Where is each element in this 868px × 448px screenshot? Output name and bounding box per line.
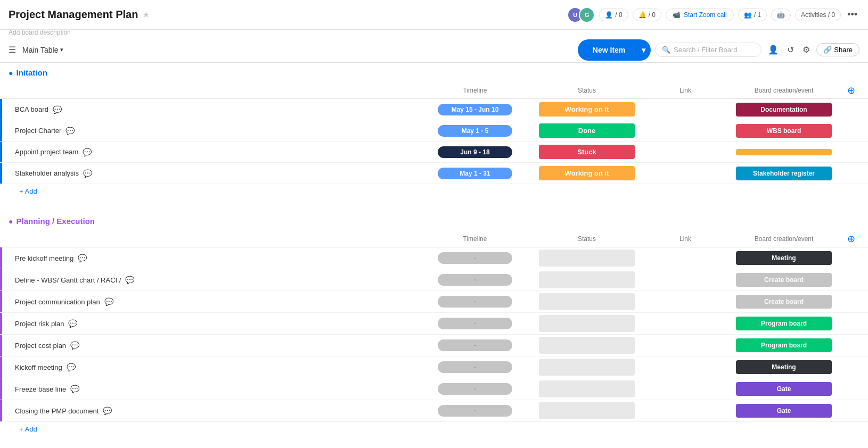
col-board-event: Board creation/event bbox=[725, 235, 842, 243]
comment-icon[interactable]: 💬 bbox=[78, 254, 87, 262]
add-column-icon[interactable]: ⊕ bbox=[842, 85, 859, 96]
timeline-bar-empty[interactable]: - bbox=[438, 274, 512, 286]
search-filter-box[interactable]: 🔍 Search / Filter Board bbox=[655, 43, 761, 57]
status-badge[interactable]: Working on it bbox=[539, 166, 635, 180]
table-row[interactable]: Kickoff meeting 💬 -Meeting bbox=[0, 356, 868, 378]
status-badge[interactable]: Done bbox=[539, 123, 635, 138]
activities-button[interactable]: Activities / 0 bbox=[795, 9, 841, 21]
table-row[interactable]: Define - WBS/ Gantt chart / RACI / 💬 -Cr… bbox=[0, 269, 868, 291]
board-event-badge[interactable]: Create board bbox=[736, 295, 832, 309]
status-badge-empty[interactable] bbox=[539, 250, 635, 267]
robot-icon: 🤖 bbox=[777, 11, 785, 19]
comment-icon[interactable]: 💬 bbox=[68, 319, 77, 328]
filter-icon[interactable]: ⚙ bbox=[800, 43, 812, 57]
table-row[interactable]: Closing the PMP document 💬 -Gate bbox=[0, 400, 868, 422]
timeline-bar-empty[interactable]: - bbox=[438, 405, 512, 417]
timeline-bar-empty[interactable]: - bbox=[438, 318, 512, 329]
add-item-row[interactable]: + Add bbox=[0, 184, 868, 198]
timeline-bar[interactable]: May 15 - Jun 10 bbox=[438, 104, 512, 115]
row-name-cell: Freeze base line 💬 bbox=[4, 385, 422, 393]
timeline-bar-empty[interactable]: - bbox=[438, 339, 512, 351]
board-event-badge[interactable]: 🖱 bbox=[736, 149, 832, 155]
table-row[interactable]: Project Charter 💬 May 1 - 5DoneWBS board bbox=[0, 120, 868, 142]
status-badge-empty[interactable] bbox=[539, 315, 635, 332]
table-row[interactable]: Freeze base line 💬 -Gate bbox=[0, 378, 868, 400]
board-event-badge[interactable]: Create board bbox=[736, 273, 832, 287]
timeline-bar-empty[interactable]: - bbox=[438, 361, 512, 373]
person-icon[interactable]: 👤 bbox=[766, 43, 781, 57]
member-button[interactable]: 👥 / 1 bbox=[738, 9, 767, 21]
board-event-badge[interactable]: Meeting bbox=[736, 360, 832, 374]
board-event-badge[interactable]: Stakeholder register bbox=[736, 167, 832, 180]
toolbar-right: New Item ▾ 🔍 Search / Filter Board 👤 ↺ ⚙… bbox=[578, 39, 859, 61]
board-event-badge[interactable]: Program board bbox=[736, 338, 832, 352]
status-badge-empty[interactable] bbox=[539, 271, 635, 288]
row-accent-bar bbox=[0, 269, 2, 291]
board-event-cell: Program board bbox=[725, 317, 842, 330]
share-button[interactable]: 🔗 Share bbox=[816, 43, 859, 56]
status-badge[interactable]: Working on it bbox=[539, 102, 635, 117]
update-button[interactable]: 🔔 / 0 bbox=[633, 9, 661, 21]
new-item-button[interactable]: New Item ▾ bbox=[578, 39, 651, 61]
timeline-bar-empty[interactable]: - bbox=[438, 296, 512, 308]
comment-icon[interactable]: 💬 bbox=[70, 341, 79, 350]
comment-icon[interactable]: 💬 bbox=[53, 105, 62, 114]
timeline-bar[interactable]: Jun 9 - 18 bbox=[438, 146, 512, 158]
zoom-button[interactable]: 📹 Start Zoom call bbox=[666, 9, 734, 21]
refresh-icon[interactable]: ↺ bbox=[785, 43, 796, 57]
status-badge-empty[interactable] bbox=[539, 359, 635, 376]
status-badge-empty[interactable] bbox=[539, 293, 635, 310]
timeline-bar-empty[interactable]: - bbox=[438, 383, 512, 395]
board-event-badge[interactable]: Gate bbox=[736, 404, 832, 418]
board-event-badge[interactable]: WBS board bbox=[736, 124, 832, 138]
robot-button[interactable]: 🤖 bbox=[771, 9, 791, 21]
status-badge-empty[interactable] bbox=[539, 337, 635, 354]
comment-icon[interactable]: 💬 bbox=[70, 385, 79, 393]
board-event-badge[interactable]: Meeting bbox=[736, 251, 832, 265]
timeline-bar[interactable]: May 1 - 31 bbox=[438, 168, 512, 179]
group-header-planning[interactable]: ● Planning / Execution bbox=[0, 211, 868, 231]
timeline-bar[interactable]: May 1 - 5 bbox=[438, 125, 512, 137]
group-header-initiation[interactable]: ● Initation bbox=[0, 63, 868, 82]
more-button[interactable]: ••• bbox=[845, 9, 859, 20]
comment-icon[interactable]: 💬 bbox=[125, 276, 134, 284]
add-column-icon[interactable]: ⊕ bbox=[842, 233, 859, 245]
new-item-arrow-icon[interactable]: ▾ bbox=[636, 43, 651, 57]
row-name-text: Pre kickoff meeting bbox=[15, 254, 73, 262]
comment-icon[interactable]: 💬 bbox=[83, 148, 92, 156]
status-badge-empty[interactable] bbox=[539, 380, 635, 397]
add-item-row[interactable]: + Add bbox=[0, 422, 868, 436]
status-badge-empty[interactable] bbox=[539, 402, 635, 419]
row-name-cell: Kickoff meeting 💬 bbox=[4, 363, 422, 371]
board-event-badge[interactable]: Gate bbox=[736, 382, 832, 396]
comment-icon[interactable]: 💬 bbox=[65, 127, 75, 135]
board-event-badge[interactable]: Program board bbox=[736, 317, 832, 330]
table-row[interactable]: Project communication plan 💬 -Create boa… bbox=[0, 291, 868, 313]
table-row[interactable]: Project cost plan 💬 -Program board bbox=[0, 335, 868, 356]
main-table-button[interactable]: Main Table ▾ bbox=[18, 44, 68, 56]
star-icon[interactable]: ★ bbox=[142, 10, 150, 20]
table-row[interactable]: Appoint project team 💬 Jun 9 - 18Stuck 🖱 bbox=[0, 142, 868, 163]
timeline-cell: - bbox=[422, 383, 528, 395]
row-accent-bar bbox=[0, 335, 2, 356]
row-name-text: Project cost plan bbox=[15, 342, 66, 350]
comment-icon[interactable]: 💬 bbox=[104, 297, 113, 306]
table-row[interactable]: BCA board 💬 May 15 - Jun 10Working on it… bbox=[0, 99, 868, 120]
comment-icon[interactable]: 💬 bbox=[83, 169, 92, 178]
row-name-text: Closing the PMP document bbox=[15, 407, 99, 415]
board-event-badge[interactable]: Documentation bbox=[736, 103, 832, 117]
table-row[interactable]: Project risk plan 💬 -Program board bbox=[0, 313, 868, 335]
group-toggle-icon[interactable]: ● bbox=[9, 69, 13, 77]
status-cell bbox=[528, 380, 645, 397]
table-row[interactable]: Stakeholder analysis 💬 May 1 - 31Working… bbox=[0, 163, 868, 184]
table-row[interactable]: Pre kickoff meeting 💬 -Meeting bbox=[0, 247, 868, 269]
timeline-bar-empty[interactable]: - bbox=[438, 252, 512, 264]
cursor-icon: 🖱 bbox=[837, 146, 848, 158]
board-description[interactable]: Add board description bbox=[0, 28, 868, 37]
status-cell bbox=[528, 337, 645, 354]
status-badge[interactable]: Stuck bbox=[539, 145, 635, 159]
invite-button[interactable]: 👤 / 0 bbox=[599, 9, 628, 21]
comment-icon[interactable]: 💬 bbox=[67, 363, 76, 371]
comment-icon[interactable]: 💬 bbox=[103, 406, 112, 415]
group-toggle-icon[interactable]: ● bbox=[9, 217, 13, 226]
